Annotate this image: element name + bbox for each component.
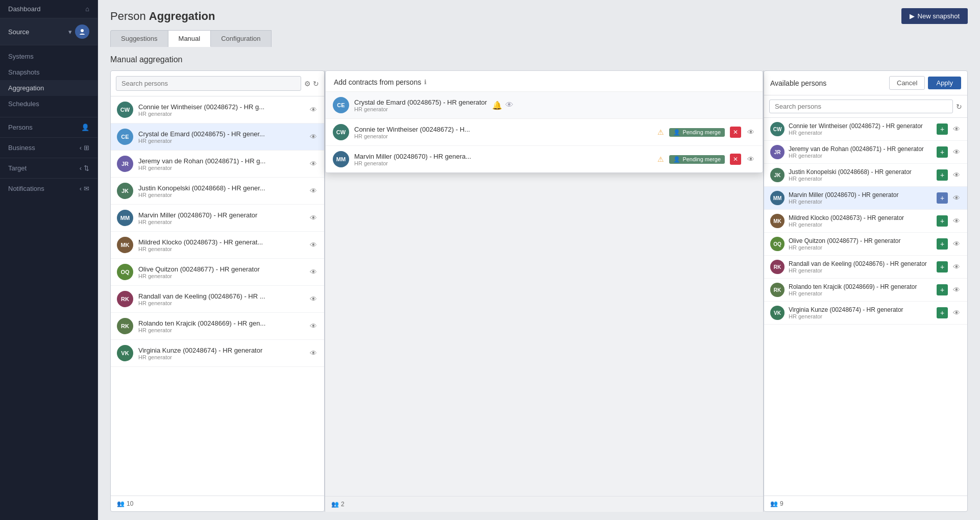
- available-name: Rolando ten Krajcik (00248669) - HR gene…: [789, 283, 933, 290]
- person-eye-button[interactable]: 👁: [309, 213, 318, 223]
- cancel-button[interactable]: Cancel: [889, 76, 925, 90]
- person-item[interactable]: MM Marvin Miller (00248670) - HR generat…: [111, 205, 324, 232]
- left-panel: ⚙ ↻ CW Connie ter Wintheiser (00248672) …: [110, 70, 325, 512]
- people-icon: 👥: [117, 500, 125, 507]
- sidebar-item-systems[interactable]: Systems: [0, 48, 97, 64]
- filter-button[interactable]: ⚙: [304, 80, 311, 88]
- person-eye-button[interactable]: 👁: [309, 132, 318, 142]
- add-person-button[interactable]: +: [937, 169, 948, 181]
- notify-icon[interactable]: 🔔: [492, 101, 502, 110]
- sidebar-item-business[interactable]: Business ‹ ⊞: [0, 140, 97, 156]
- person-name: Justin Konopelski (00248668) - HR gener.…: [138, 184, 304, 192]
- person-eye-button[interactable]: 👁: [309, 267, 318, 277]
- available-eye-button[interactable]: 👁: [952, 147, 961, 157]
- available-name: Jeremy van de Rohan (00248671) - HR gene…: [789, 145, 933, 153]
- add-person-button[interactable]: +: [937, 215, 948, 227]
- available-person-item[interactable]: MK Mildred Klocko (00248673) - HR genera…: [764, 210, 967, 233]
- available-person-item[interactable]: OQ Olive Quitzon (00248677) - HR generat…: [764, 233, 967, 256]
- available-sub: HR generator: [789, 290, 933, 296]
- right-panel-header: Available persons Cancel Apply: [764, 71, 967, 95]
- contract-eye-button[interactable]: 👁: [746, 127, 755, 137]
- available-eye-button[interactable]: 👁: [952, 193, 961, 203]
- remove-contract-button[interactable]: ✕: [730, 154, 741, 165]
- person-item[interactable]: OQ Olive Quitzon (00248677) - HR generat…: [111, 259, 324, 286]
- person-eye-button[interactable]: 👁: [309, 348, 318, 358]
- person-avatar: CE: [117, 129, 133, 145]
- person-item[interactable]: CW Connie ter Wintheiser (00248672) - HR…: [111, 96, 324, 123]
- dashboard-label[interactable]: Dashboard: [8, 5, 41, 13]
- available-person-item[interactable]: JK Justin Konopelski (00248668) - HR gen…: [764, 164, 967, 187]
- chevron-down-icon: ▾: [68, 28, 72, 36]
- tab-manual[interactable]: Manual: [168, 30, 211, 47]
- person-item[interactable]: MK Mildred Klocko (00248673) - HR genera…: [111, 232, 324, 259]
- person-item[interactable]: RK Randall van de Keeling (00248676) - H…: [111, 286, 324, 313]
- sidebar-item-snapshots[interactable]: Snapshots: [0, 64, 97, 80]
- person-eye-button[interactable]: 👁: [309, 294, 318, 304]
- person-item[interactable]: JR Jeremy van de Rohan (00248671) - HR g…: [111, 151, 324, 178]
- person-item[interactable]: VK Virginia Kunze (00248674) - HR genera…: [111, 340, 324, 367]
- add-person-button[interactable]: +: [937, 238, 948, 250]
- add-person-button[interactable]: +: [937, 307, 948, 318]
- available-eye-button[interactable]: 👁: [952, 124, 961, 134]
- right-panel-footer: 👥 9: [764, 496, 967, 511]
- available-person-item[interactable]: RK Rolando ten Krajcik (00248669) - HR g…: [764, 279, 967, 302]
- left-search-input[interactable]: [116, 76, 301, 91]
- available-person-item[interactable]: CW Connie ter Wintheiser (00248672) - HR…: [764, 118, 967, 141]
- add-person-button[interactable]: +: [937, 123, 948, 135]
- refresh-button[interactable]: ↻: [313, 80, 319, 88]
- person-item[interactable]: RK Rolando ten Krajcik (00248669) - HR g…: [111, 313, 324, 340]
- available-eye-button[interactable]: 👁: [952, 216, 961, 226]
- available-person-item[interactable]: JR Jeremy van de Rohan (00248671) - HR g…: [764, 141, 967, 164]
- available-person-item[interactable]: RK Randall van de Keeling (00248676) - H…: [764, 256, 967, 279]
- available-eye-button[interactable]: 👁: [952, 262, 961, 272]
- tab-configuration[interactable]: Configuration: [211, 30, 271, 47]
- business-label: Business: [8, 144, 35, 152]
- right-search-input[interactable]: [769, 100, 953, 113]
- eye-icon-popup[interactable]: 👁: [505, 101, 513, 110]
- person-item[interactable]: CE Crystal de Emard (00248675) - HR gene…: [111, 123, 324, 151]
- contract-eye-button[interactable]: 👁: [746, 154, 755, 164]
- available-person-item[interactable]: VK Virginia Kunze (00248674) - HR genera…: [764, 302, 967, 325]
- info-icon[interactable]: ℹ: [424, 79, 427, 86]
- sidebar-item-persons[interactable]: Persons 👤: [0, 119, 97, 135]
- contract-name: Marvin Miller (00248670) - HR genera...: [354, 153, 652, 160]
- sidebar-item-notifications[interactable]: Notifications ‹ ✉: [0, 181, 97, 196]
- person-eye-button[interactable]: 👁: [309, 240, 318, 250]
- available-info: Mildred Klocko (00248673) - HR generator…: [789, 214, 933, 228]
- person-sub: HR generator: [138, 219, 304, 225]
- available-avatar: MK: [770, 214, 785, 228]
- contract-info: Marvin Miller (00248670) - HR genera... …: [354, 153, 652, 166]
- person-name: Connie ter Wintheiser (00248672) - HR g.…: [138, 103, 304, 111]
- available-eye-button[interactable]: 👁: [952, 285, 961, 295]
- available-person-item[interactable]: MM Marvin Miller (00248670) - HR generat…: [764, 187, 967, 210]
- popup-person-sub: HR generator: [354, 106, 487, 112]
- add-person-button[interactable]: +: [937, 146, 948, 158]
- person-eye-button[interactable]: 👁: [309, 186, 318, 196]
- search-actions: ⚙ ↻: [304, 80, 319, 88]
- new-snapshot-button[interactable]: ▶ New snapshot: [901, 8, 968, 24]
- right-refresh-button[interactable]: ↻: [956, 103, 962, 111]
- add-person-button[interactable]: +: [937, 192, 948, 204]
- add-person-button[interactable]: +: [937, 261, 948, 273]
- tab-suggestions[interactable]: Suggestions: [110, 30, 168, 47]
- popup-title: Add contracts from persons ℹ: [326, 71, 763, 92]
- source-selector[interactable]: Source ▾: [0, 18, 97, 45]
- sidebar-item-schedules[interactable]: Schedules: [0, 96, 97, 112]
- available-avatar: MM: [770, 191, 785, 205]
- person-eye-button[interactable]: 👁: [309, 159, 318, 169]
- available-list: CW Connie ter Wintheiser (00248672) - HR…: [764, 118, 967, 496]
- person-eye-button[interactable]: 👁: [309, 105, 318, 115]
- page-header: Person Aggregation ▶ New snapshot: [98, 0, 980, 24]
- pending-badge: 👤Pending merge: [669, 155, 725, 164]
- remove-contract-button[interactable]: ✕: [730, 127, 741, 138]
- person-eye-button[interactable]: 👁: [309, 321, 318, 331]
- sidebar-item-target[interactable]: Target ‹ ⇅: [0, 160, 97, 176]
- person-sub: HR generator: [138, 273, 304, 279]
- sidebar-item-aggregation[interactable]: Aggregation: [0, 80, 97, 96]
- available-eye-button[interactable]: 👁: [952, 239, 961, 249]
- person-item[interactable]: JK Justin Konopelski (00248668) - HR gen…: [111, 178, 324, 205]
- available-eye-button[interactable]: 👁: [952, 308, 961, 318]
- available-eye-button[interactable]: 👁: [952, 170, 961, 180]
- add-person-button[interactable]: +: [937, 284, 948, 295]
- apply-button[interactable]: Apply: [928, 77, 961, 89]
